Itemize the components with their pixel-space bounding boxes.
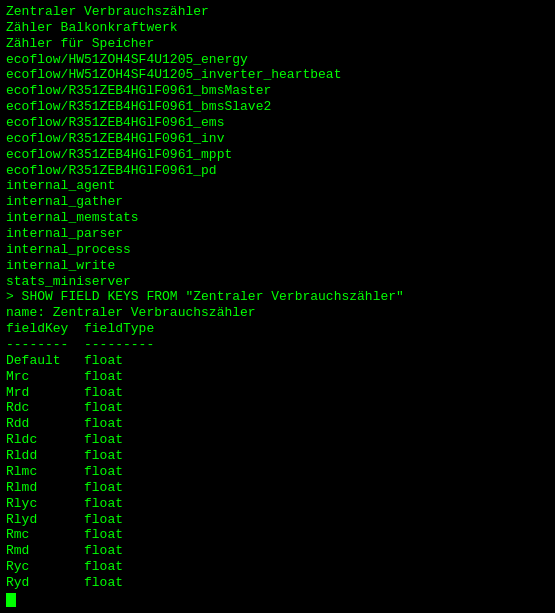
terminal-line: internal_parser	[6, 226, 549, 242]
terminal-line: -------- ---------	[6, 337, 549, 353]
terminal-line: ecoflow/R351ZEB4HGlF0961_bmsSlave2	[6, 99, 549, 115]
terminal-line: Rlyd float	[6, 512, 549, 528]
terminal-line: Mrd float	[6, 385, 549, 401]
terminal-line: ecoflow/R351ZEB4HGlF0961_inv	[6, 131, 549, 147]
terminal-line: internal_process	[6, 242, 549, 258]
terminal-line: internal_agent	[6, 178, 549, 194]
terminal-line: Zähler Balkonkraftwerk	[6, 20, 549, 36]
terminal-line: ecoflow/HW51ZOH4SF4U1205_energy	[6, 52, 549, 68]
terminal-line: Zentraler Verbrauchszähler	[6, 4, 549, 20]
terminal-cursor-line	[6, 591, 549, 607]
terminal-line: Rlyc float	[6, 496, 549, 512]
terminal-line: Zähler für Speicher	[6, 36, 549, 52]
terminal-line: > SHOW FIELD KEYS FROM "Zentraler Verbra…	[6, 289, 549, 305]
terminal-line: Rldc float	[6, 432, 549, 448]
terminal-line: Rldd float	[6, 448, 549, 464]
terminal-line: ecoflow/R351ZEB4HGlF0961_mppt	[6, 147, 549, 163]
terminal-line: Rdc float	[6, 400, 549, 416]
terminal-line: Mrc float	[6, 369, 549, 385]
terminal-line: internal_gather	[6, 194, 549, 210]
terminal-line: ecoflow/R351ZEB4HGlF0961_bmsMaster	[6, 83, 549, 99]
terminal-line: name: Zentraler Verbrauchszähler	[6, 305, 549, 321]
terminal-line: Rmc float	[6, 527, 549, 543]
terminal-line: Ryc float	[6, 559, 549, 575]
terminal-line: internal_write	[6, 258, 549, 274]
terminal-line: fieldKey fieldType	[6, 321, 549, 337]
terminal-line: stats_miniserver	[6, 274, 549, 290]
terminal-line: ecoflow/HW51ZOH4SF4U1205_inverter_heartb…	[6, 67, 549, 83]
terminal-line: Default float	[6, 353, 549, 369]
terminal-line: Ryd float	[6, 575, 549, 591]
terminal-line: Rlmc float	[6, 464, 549, 480]
terminal-line: Rlmd float	[6, 480, 549, 496]
terminal-line: Rmd float	[6, 543, 549, 559]
terminal-cursor	[6, 593, 16, 607]
terminal-line: internal_memstats	[6, 210, 549, 226]
terminal-line: Rdd float	[6, 416, 549, 432]
terminal-container: Zentraler VerbrauchszählerZähler Balkonk…	[6, 4, 549, 607]
terminal-line: ecoflow/R351ZEB4HGlF0961_ems	[6, 115, 549, 131]
terminal-line: ecoflow/R351ZEB4HGlF0961_pd	[6, 163, 549, 179]
